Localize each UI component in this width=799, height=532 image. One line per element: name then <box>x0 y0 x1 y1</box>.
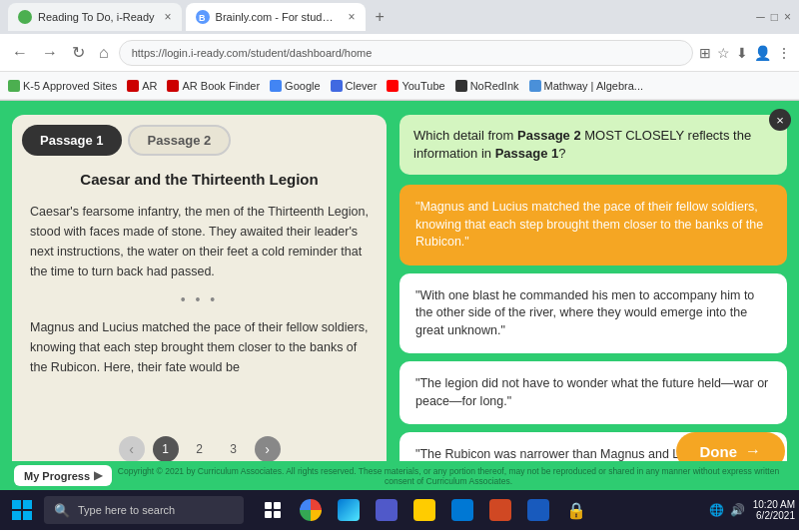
bookmark-noredink-label: NoRedInk <box>470 80 519 92</box>
tab-favicon-2: B <box>196 10 210 24</box>
taskbar-word-icon[interactable] <box>521 493 555 527</box>
edge-icon <box>338 499 360 521</box>
my-progress-arrow-icon: ▶ <box>94 469 102 482</box>
answer-option-3[interactable]: "The legion did not have to wonder what … <box>400 361 787 424</box>
powerpoint-icon <box>489 499 511 521</box>
start-button[interactable] <box>4 492 40 528</box>
taskbar-store-icon[interactable] <box>445 493 479 527</box>
taskbar: 🔍 Type here to search 🔒 <box>0 490 799 530</box>
minimize-button[interactable]: ─ <box>756 10 765 24</box>
bookmark-icon[interactable]: ☆ <box>717 45 730 61</box>
bookmark-youtube[interactable]: YouTube <box>387 80 444 92</box>
tab-bar: Reading To Do, i-Ready × B Brainly.com -… <box>0 0 799 34</box>
passage-tab-2[interactable]: Passage 2 <box>128 125 232 156</box>
network-icon[interactable]: 🌐 <box>709 503 724 517</box>
answer-option-1[interactable]: "Magnus and Lucius matched the pace of t… <box>400 185 787 266</box>
tab-title-2: Brainly.com - For students, By st... <box>216 11 339 23</box>
question-text-pre: Which detail from <box>413 128 517 143</box>
svg-rect-4 <box>265 511 272 518</box>
tab-title-1: Reading To Do, i-Ready <box>38 11 155 23</box>
taskbar-task-view[interactable] <box>256 493 290 527</box>
svg-text:B: B <box>199 13 206 23</box>
tab-close-2[interactable]: × <box>349 10 356 24</box>
my-progress-button[interactable]: My Progress ▶ <box>14 465 112 486</box>
forward-button[interactable]: → <box>38 42 62 64</box>
bookmark-arbook[interactable]: AR Book Finder <box>167 80 260 92</box>
volume-icon[interactable]: 🔊 <box>730 503 745 517</box>
word-icon <box>527 499 549 521</box>
passage-panel: Passage 1 Passage 2 Caesar and the Thirt… <box>12 115 387 476</box>
bookmark-google[interactable]: Google <box>270 80 320 92</box>
page-1-button[interactable]: 1 <box>153 436 179 462</box>
bookmark-clever-icon <box>331 80 343 92</box>
page-2-button[interactable]: 2 <box>187 436 213 462</box>
lock-icon: 🔒 <box>566 501 586 520</box>
address-bar[interactable]: https://login.i-ready.com/student/dashbo… <box>119 40 693 66</box>
app-container: × Passage 1 Passage 2 Caesar and the Thi… <box>0 101 799 490</box>
bookmark-noredink[interactable]: NoRedInk <box>455 80 519 92</box>
passage-title: Caesar and the Thirteenth Legion <box>30 170 369 190</box>
taskbar-powerpoint-icon[interactable] <box>483 493 517 527</box>
tab-brainly[interactable]: B Brainly.com - For students, By st... × <box>186 3 366 31</box>
question-box: Which detail from Passage 2 MOST CLOSELY… <box>400 115 787 175</box>
taskbar-teams-icon[interactable] <box>370 493 403 527</box>
explorer-icon <box>413 499 435 521</box>
taskbar-lock-icon[interactable]: 🔒 <box>559 493 593 527</box>
taskbar-search-box[interactable]: 🔍 Type here to search <box>44 496 244 524</box>
svg-rect-3 <box>274 502 281 509</box>
taskbar-search-text: Type here to search <box>78 504 175 516</box>
close-button[interactable]: × <box>769 109 791 131</box>
bookmark-ar[interactable]: AR <box>127 80 157 92</box>
bookmark-k5-label: K-5 Approved Sites <box>23 80 117 92</box>
passage-tab-1[interactable]: Passage 1 <box>22 125 122 156</box>
profile-icon[interactable]: 👤 <box>754 45 771 61</box>
bookmark-k5-icon <box>8 80 20 92</box>
close-window-button[interactable]: × <box>784 10 791 24</box>
bookmark-k5[interactable]: K-5 Approved Sites <box>8 80 117 92</box>
question-bold-1: Passage 2 <box>517 128 581 143</box>
answer-option-2[interactable]: "With one blast he commanded his men to … <box>400 273 787 354</box>
extensions-icon[interactable]: ⊞ <box>699 45 711 61</box>
bookmarks-bar: K-5 Approved Sites AR AR Book Finder Goo… <box>0 72 799 100</box>
passage-separator: • • • <box>30 291 369 307</box>
reload-button[interactable]: ↻ <box>68 41 89 64</box>
svg-rect-2 <box>265 502 272 509</box>
back-button[interactable]: ← <box>8 42 32 64</box>
tab-reading[interactable]: Reading To Do, i-Ready × <box>8 3 182 31</box>
taskbar-app-icons: 🔒 <box>256 493 593 527</box>
bookmark-clever[interactable]: Clever <box>331 80 378 92</box>
nav-bar: ← → ↻ ⌂ https://login.i-ready.com/studen… <box>0 34 799 72</box>
download-icon[interactable]: ⬇ <box>736 45 748 61</box>
passage-paragraph-2: Magnus and Lucius matched the pace of th… <box>30 317 369 377</box>
bookmark-mathway-label: Mathway | Algebra... <box>544 80 643 92</box>
home-button[interactable]: ⌂ <box>95 42 113 64</box>
question-bold-2: Passage 1 <box>495 146 559 161</box>
my-progress-label: My Progress <box>24 470 90 482</box>
taskbar-explorer-icon[interactable] <box>407 493 441 527</box>
taskbar-chrome-icon[interactable] <box>294 493 328 527</box>
app-footer: My Progress ▶ Copyright © 2021 by Curric… <box>0 461 799 490</box>
store-icon <box>451 499 473 521</box>
chrome-icon <box>300 499 322 521</box>
taskbar-edge-icon[interactable] <box>332 493 366 527</box>
bookmark-youtube-label: YouTube <box>401 80 444 92</box>
answer-option-3-text: "The legion did not have to wonder what … <box>415 376 768 408</box>
new-tab-button[interactable]: + <box>370 8 391 26</box>
maximize-button[interactable]: □ <box>771 10 778 24</box>
bookmark-ar-icon <box>127 80 139 92</box>
bookmark-clever-label: Clever <box>346 80 378 92</box>
page-next-button[interactable]: › <box>255 436 281 462</box>
bookmark-mathway-icon <box>529 80 541 92</box>
svg-rect-5 <box>274 511 281 518</box>
search-icon: 🔍 <box>54 503 70 518</box>
page-3-button[interactable]: 3 <box>221 436 247 462</box>
page-prev-button[interactable]: ‹ <box>119 436 145 462</box>
taskbar-sys-icons: 🌐 🔊 <box>709 503 745 517</box>
menu-icon[interactable]: ⋮ <box>777 45 791 61</box>
bookmark-mathway[interactable]: Mathway | Algebra... <box>529 80 643 92</box>
tab-close-1[interactable]: × <box>165 10 172 24</box>
browser-chrome: Reading To Do, i-Ready × B Brainly.com -… <box>0 0 799 101</box>
copyright-text: Copyright © 2021 by Curriculum Associate… <box>112 466 785 486</box>
bookmark-arbook-icon <box>167 80 179 92</box>
bookmark-arbook-label: AR Book Finder <box>182 80 260 92</box>
